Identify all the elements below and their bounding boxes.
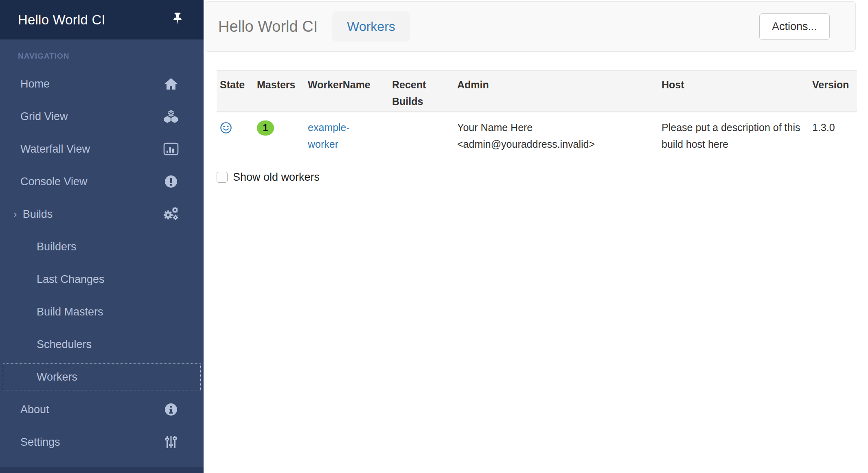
sidebar-item-last-changes[interactable]: Last Changes <box>0 263 204 296</box>
nav-section-label: NAVIGATION <box>18 52 204 61</box>
smiley-icon <box>220 122 250 134</box>
col-header-masters: Masters <box>254 70 305 112</box>
worker-name-link[interactable]: example-worker <box>308 119 372 153</box>
chevron-right-icon: › <box>13 208 17 221</box>
masters-count-badge: 1 <box>257 120 274 136</box>
sidebar-item-builders[interactable]: Builders <box>0 230 204 263</box>
worker-host-cell: Please put a description of this build h… <box>658 112 809 160</box>
sidebar-item-home[interactable]: Home <box>0 68 204 100</box>
sidebar-item-grid-view[interactable]: Grid View <box>0 100 204 133</box>
sidebar-item-console-view[interactable]: Console View <box>0 165 204 198</box>
worker-recent-builds-cell <box>389 112 454 160</box>
nav-list: Home Grid View <box>0 68 204 458</box>
col-header-admin: Admin <box>454 70 658 112</box>
bar-chart-icon <box>163 142 179 156</box>
col-header-host: Host <box>658 70 809 112</box>
info-circle-icon <box>163 402 179 417</box>
sidebar-item-schedulers[interactable]: Schedulers <box>0 328 204 361</box>
workers-table: State Masters WorkerName Recent Builds A… <box>217 70 857 160</box>
worker-masters-cell: 1 <box>254 112 305 160</box>
app-title: Hello World CI <box>18 12 105 28</box>
brand-title[interactable]: Hello World CI <box>218 18 318 35</box>
show-old-workers-checkbox[interactable] <box>217 172 228 183</box>
sidebar-item-about[interactable]: About <box>0 393 204 426</box>
sidebar-item-build-masters[interactable]: Build Masters <box>0 296 204 328</box>
main-content: Hello World CI Workers Actions... State … <box>204 0 868 473</box>
gears-icon <box>163 207 179 221</box>
exclamation-circle-icon <box>163 174 179 189</box>
worker-version-cell: 1.3.0 <box>809 112 857 160</box>
show-old-workers-toggle[interactable]: Show old workers <box>217 172 868 183</box>
worker-admin-cell: Your Name Here <admin@youraddress.invali… <box>454 112 658 160</box>
table-header-row: State Masters WorkerName Recent Builds A… <box>217 70 857 112</box>
col-header-recent-builds: Recent Builds <box>389 70 454 112</box>
sidebar-header: Hello World CI <box>0 0 204 39</box>
table-row: 1 example-worker Your Name Here <admin@y… <box>217 112 857 160</box>
worker-name-cell: example-worker <box>305 112 389 160</box>
pin-icon[interactable] <box>169 11 186 29</box>
col-header-version: Version <box>809 70 857 112</box>
cubes-icon <box>163 109 179 124</box>
home-icon <box>163 77 179 91</box>
col-header-state: State <box>217 70 254 112</box>
worker-state-cell <box>217 112 254 160</box>
breadcrumb-workers[interactable]: Workers <box>332 11 410 42</box>
sidebar-footer-strip <box>0 467 204 473</box>
sidebar-item-workers[interactable]: Workers <box>0 361 204 393</box>
show-old-workers-label: Show old workers <box>233 172 320 183</box>
sidebar-item-builds[interactable]: › Builds <box>0 198 204 230</box>
top-navbar: Hello World CI Workers Actions... <box>205 1 856 52</box>
sidebar-item-waterfall-view[interactable]: Waterfall View <box>0 133 204 165</box>
sliders-icon <box>163 435 179 449</box>
actions-button[interactable]: Actions... <box>759 13 830 40</box>
sidebar: Hello World CI NAVIGATION Home Grid View <box>0 0 204 473</box>
sidebar-item-settings[interactable]: Settings <box>0 426 204 458</box>
breadcrumb-label: Workers <box>347 19 395 34</box>
col-header-workername: WorkerName <box>305 70 389 112</box>
